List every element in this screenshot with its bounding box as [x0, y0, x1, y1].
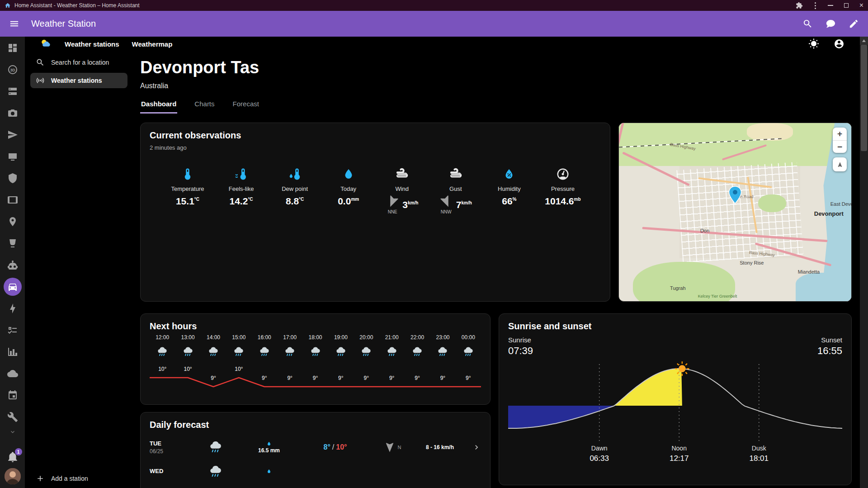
- sidebar-item-cloud[interactable]: [4, 368, 22, 379]
- scrollbar-thumb[interactable]: [861, 45, 867, 151]
- nav-link-weathermap[interactable]: Weathermap: [132, 40, 173, 48]
- add-station-button[interactable]: Add a station: [30, 471, 127, 486]
- nav-link-weather-stations[interactable]: Weather stations: [65, 40, 119, 48]
- sidebar-item-3d-printer[interactable]: [4, 64, 22, 76]
- assist-button[interactable]: [824, 17, 838, 31]
- plus-icon: [36, 474, 45, 483]
- ha-sidebar: 1: [0, 37, 25, 488]
- map-zoom-control: + −: [833, 128, 847, 153]
- sunrise-time: 07:39: [508, 345, 533, 357]
- sun-marker: Noon 12:17: [670, 445, 689, 463]
- map-beach-area: [747, 123, 793, 141]
- sidebar-item-server[interactable]: [4, 85, 22, 97]
- maximize-button[interactable]: [844, 3, 849, 8]
- wind-icon: [395, 167, 409, 181]
- sidebar-item-charts[interactable]: [4, 346, 22, 358]
- edit-dashboard-button[interactable]: [847, 17, 861, 31]
- sidebar-item-dashboard[interactable]: [4, 42, 22, 54]
- sidebar-item-todo-list[interactable]: [4, 324, 22, 336]
- station-map[interactable]: Devonport East Devonport Don Stony Rise …: [618, 123, 852, 302]
- temperature-labels: 10°10°9°10°9°9°9°9°9°9°9°9°9°: [150, 334, 481, 402]
- sidebar-item-developer-tools[interactable]: [4, 411, 22, 423]
- metric-temperature: Temperature 15.1°C: [162, 167, 213, 214]
- daily-forecast-card: Daily forecast TUE 06/25 16.5 mm: [140, 412, 491, 488]
- map-label-greenbelt: Kelcey Tier Greenbelt: [698, 294, 737, 298]
- weather-stations-item[interactable]: Weather stations: [30, 73, 127, 88]
- tab-dashboard[interactable]: Dashboard: [140, 97, 177, 114]
- metric-wind: Wind NNE 3km/h: [377, 167, 427, 214]
- station-tabs: Dashboard Charts Forecast: [140, 97, 852, 114]
- app-header: Weather Station: [0, 11, 868, 37]
- account-button[interactable]: [832, 37, 846, 51]
- notifications-button[interactable]: 1: [7, 451, 19, 463]
- wind-direction-arrow-icon: [384, 441, 396, 453]
- map-label-don: Don: [700, 228, 709, 233]
- daily-row-wed[interactable]: WED: [150, 464, 481, 479]
- sunset-time: 16:55: [817, 345, 842, 357]
- tab-forecast[interactable]: Forecast: [232, 97, 260, 114]
- sidebar-item-send[interactable]: [4, 129, 22, 141]
- antenna-icon: [36, 76, 45, 85]
- compass-needle-icon: [837, 161, 843, 168]
- home-assistant-favicon: [5, 2, 11, 9]
- zoom-in-button[interactable]: +: [833, 128, 847, 140]
- minimize-button[interactable]: [828, 5, 833, 6]
- map-compass-button[interactable]: [833, 157, 847, 171]
- weather-app-nav: Weather stations Weathermap: [25, 37, 860, 51]
- user-avatar[interactable]: [5, 468, 21, 484]
- next-hours-title: Next hours: [150, 321, 481, 332]
- map-park-area: [758, 194, 786, 212]
- search-button[interactable]: [801, 17, 815, 31]
- extensions-icon[interactable]: [796, 2, 803, 9]
- sidebar-toggle-button[interactable]: [7, 17, 21, 31]
- search-icon: [36, 58, 45, 67]
- browser-menu-icon[interactable]: [814, 1, 817, 10]
- map-label-tugrah: Tugrah: [670, 285, 685, 291]
- close-button[interactable]: ×: [859, 2, 863, 9]
- search-location-item[interactable]: Search for a location: [30, 55, 127, 70]
- sidebar-item-location[interactable]: [4, 216, 22, 227]
- thermometer-waves-icon: [235, 167, 248, 181]
- scrollbar[interactable]: [860, 37, 868, 488]
- sunset-label: Sunset: [817, 336, 842, 344]
- scroll-up-button[interactable]: [860, 37, 868, 45]
- rain-cloud-icon: [208, 440, 223, 455]
- map-label-east-devonport: East Devonport: [830, 201, 852, 207]
- sidebar-item-robot[interactable]: [4, 259, 22, 271]
- sidebar-item-calendar[interactable]: [4, 389, 22, 401]
- sidebar-item-media-server[interactable]: [4, 151, 22, 162]
- current-observations-card: Current observations 2 minutes ago Tempe…: [140, 123, 610, 302]
- metrics-row: Temperature 15.1°C Feels-like 14.2°C Dew…: [150, 167, 601, 214]
- gauge-icon: [556, 167, 570, 181]
- map-label-stony-rise: Stony Rise: [740, 260, 764, 265]
- tab-charts[interactable]: Charts: [193, 97, 215, 114]
- rain-cloud-icon: [208, 464, 223, 479]
- theme-toggle-button[interactable]: [807, 37, 821, 51]
- sun-marker: Dawn 06:33: [590, 445, 609, 463]
- weather-main: Devonport Tas Australia Dashboard Charts…: [133, 51, 860, 488]
- weather-app-logo-icon[interactable]: [39, 38, 52, 50]
- zoom-out-button[interactable]: −: [833, 140, 847, 153]
- precip-drop-icon: [266, 441, 272, 446]
- page-title: Weather Station: [31, 19, 96, 29]
- observations-title: Current observations: [150, 130, 601, 141]
- sidebar-scroll-indicator-icon: [9, 428, 16, 436]
- sidebar-item-car-active[interactable]: [4, 278, 22, 296]
- sidebar-item-shield[interactable]: [4, 172, 22, 184]
- sidebar-item-drink[interactable]: [4, 237, 22, 249]
- map-pin-icon: [728, 186, 742, 204]
- expand-day-button[interactable]: [467, 443, 481, 452]
- thermometer-icon: [181, 167, 194, 181]
- sidebar-item-camera[interactable]: [4, 107, 22, 119]
- daily-forecast-title: Daily forecast: [150, 420, 481, 430]
- notification-badge: 1: [15, 448, 22, 455]
- sidebar-item-tablet[interactable]: [4, 194, 22, 206]
- window-title: Home Assistant - Weather Station – Home …: [14, 2, 140, 9]
- sunrise-sunset-card: Sunrise and sunset Sunrise 07:39 Sunset …: [499, 313, 852, 485]
- daily-row-tue[interactable]: TUE 06/25 16.5 mm 8°/10°: [150, 440, 481, 455]
- window-titlebar: Home Assistant - Weather Station – Home …: [0, 0, 868, 11]
- gust-direction-arrow-icon: [437, 193, 455, 210]
- sidebar-item-energy[interactable]: [4, 303, 22, 314]
- station-country: Australia: [140, 82, 852, 90]
- map-forest-area: [619, 123, 851, 166]
